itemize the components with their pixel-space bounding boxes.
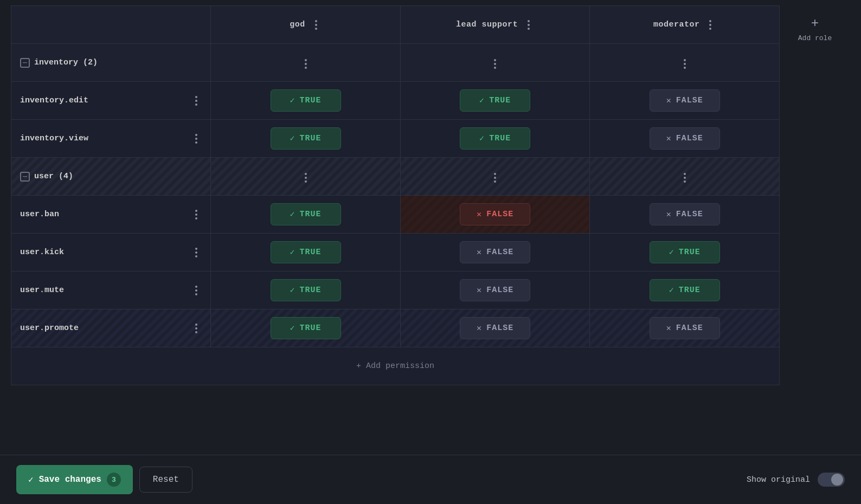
user-ban-god-cell: ✓ TRUE bbox=[211, 196, 401, 234]
role-label-moderator: moderator bbox=[653, 20, 700, 29]
inventory-edit-lead-support-btn[interactable]: ✓ TRUE bbox=[460, 89, 530, 112]
reset-button[interactable]: Reset bbox=[139, 467, 192, 493]
user-mute-moderator-value: TRUE bbox=[679, 286, 701, 295]
check-icon: ✓ bbox=[669, 247, 674, 257]
inventory-edit-dots[interactable] bbox=[191, 94, 202, 108]
user-mute-moderator-cell: ✓ TRUE bbox=[590, 272, 780, 309]
save-changes-badge: 3 bbox=[107, 473, 121, 487]
role-label-lead-support: lead support bbox=[456, 20, 518, 29]
add-permission-cell: + Add permission bbox=[11, 347, 780, 385]
user-mute-lead-support-btn[interactable]: ✕ FALSE bbox=[460, 279, 530, 301]
user-kick-lead-support-value: FALSE bbox=[486, 248, 513, 257]
save-changes-button[interactable]: ✓ Save changes 3 bbox=[16, 465, 133, 494]
check-icon: ✓ bbox=[290, 209, 295, 219]
user-promote-moderator-btn[interactable]: ✕ FALSE bbox=[650, 317, 720, 339]
permission-row-inventory-edit: inventory.edit ✓ TRUE bbox=[11, 82, 780, 120]
user-mute-moderator-btn[interactable]: ✓ TRUE bbox=[650, 279, 720, 301]
main-container: god lead support bbox=[0, 0, 861, 504]
table-wrapper: god lead support bbox=[11, 5, 850, 385]
inventory-view-god-btn[interactable]: ✓ TRUE bbox=[271, 127, 341, 150]
user-lead-support-category-cell bbox=[400, 158, 590, 196]
user-promote-moderator-value: FALSE bbox=[676, 324, 703, 333]
user-kick-moderator-cell: ✓ TRUE bbox=[590, 234, 780, 272]
category-row-user: — user (4) bbox=[11, 158, 780, 196]
add-role-section[interactable]: + Add role bbox=[780, 5, 850, 53]
user-mute-god-value: TRUE bbox=[300, 286, 322, 295]
user-kick-dots[interactable] bbox=[191, 245, 202, 260]
inventory-view-lead-support-btn[interactable]: ✓ TRUE bbox=[460, 127, 530, 150]
show-original-toggle[interactable] bbox=[818, 473, 845, 487]
lead-support-menu-icon[interactable] bbox=[523, 18, 534, 32]
inventory-view-lead-support-cell: ✓ TRUE bbox=[400, 120, 590, 158]
reset-label: Reset bbox=[153, 475, 179, 484]
user-promote-label: user.promote bbox=[11, 309, 211, 347]
inventory-edit-lead-support-value: TRUE bbox=[489, 96, 511, 105]
user-collapse-icon[interactable]: — bbox=[20, 172, 30, 182]
user-promote-god-cell: ✓ TRUE bbox=[211, 309, 401, 347]
user-promote-god-btn[interactable]: ✓ TRUE bbox=[271, 317, 341, 339]
check-icon: ✓ bbox=[290, 95, 295, 106]
user-ban-moderator-btn[interactable]: ✕ FALSE bbox=[650, 203, 720, 225]
inventory-edit-name: inventory.edit bbox=[20, 96, 88, 105]
x-icon: ✕ bbox=[477, 247, 482, 257]
inventory-lead-support-dots[interactable] bbox=[490, 57, 500, 71]
add-permission-btn[interactable]: + Add permission bbox=[11, 361, 779, 371]
inventory-moderator-dots[interactable] bbox=[679, 57, 690, 71]
inventory-edit-god-btn[interactable]: ✓ TRUE bbox=[271, 89, 341, 112]
inventory-category-name: inventory (2) bbox=[34, 58, 98, 67]
user-promote-lead-support-btn[interactable]: ✕ FALSE bbox=[460, 317, 530, 339]
user-mute-god-cell: ✓ TRUE bbox=[211, 272, 401, 309]
save-changes-count: 3 bbox=[112, 476, 116, 484]
inventory-edit-lead-support-cell: ✓ TRUE bbox=[400, 82, 590, 120]
user-kick-moderator-btn[interactable]: ✓ TRUE bbox=[650, 241, 720, 263]
user-ban-dots[interactable] bbox=[191, 208, 202, 222]
inventory-view-dots[interactable] bbox=[191, 132, 202, 146]
user-kick-label: user.kick bbox=[11, 234, 211, 272]
user-ban-lead-support-btn[interactable]: ✕ FALSE bbox=[460, 203, 530, 225]
header-row: god lead support bbox=[11, 6, 780, 44]
check-icon: ✓ bbox=[669, 285, 674, 295]
inventory-view-label: inventory.view bbox=[11, 120, 211, 158]
moderator-menu-icon[interactable] bbox=[705, 18, 716, 32]
user-god-category-cell bbox=[211, 158, 401, 196]
check-icon: ✓ bbox=[290, 285, 295, 295]
x-icon: ✕ bbox=[666, 323, 672, 333]
user-kick-god-cell: ✓ TRUE bbox=[211, 234, 401, 272]
permission-row-user-mute: user.mute ✓ TRUE bbox=[11, 272, 780, 309]
inventory-edit-moderator-cell: ✕ FALSE bbox=[590, 82, 780, 120]
god-menu-icon[interactable] bbox=[311, 18, 322, 32]
role-label-god: god bbox=[290, 20, 305, 29]
user-promote-dots[interactable] bbox=[191, 321, 202, 335]
toggle-knob bbox=[831, 474, 843, 486]
role-header-lead-support: lead support bbox=[400, 6, 590, 44]
permission-row-user-kick: user.kick ✓ TRUE bbox=[11, 234, 780, 272]
user-kick-lead-support-cell: ✕ FALSE bbox=[400, 234, 590, 272]
inventory-god-dots[interactable] bbox=[300, 57, 311, 71]
inventory-edit-moderator-btn[interactable]: ✕ FALSE bbox=[650, 89, 720, 112]
user-ban-lead-support-cell: ✕ FALSE bbox=[400, 196, 590, 234]
user-ban-moderator-value: FALSE bbox=[676, 210, 703, 219]
show-original-label: Show original bbox=[747, 475, 810, 484]
permission-row-user-promote: user.promote ✓ TRUE bbox=[11, 309, 780, 347]
x-icon: ✕ bbox=[477, 285, 482, 295]
add-role-label: Add role bbox=[798, 34, 832, 42]
inventory-collapse-icon[interactable]: — bbox=[20, 58, 30, 68]
user-ban-god-value: TRUE bbox=[300, 210, 322, 219]
user-kick-lead-support-btn[interactable]: ✕ FALSE bbox=[460, 241, 530, 263]
category-label-inventory: — inventory (2) bbox=[11, 44, 211, 82]
user-kick-god-btn[interactable]: ✓ TRUE bbox=[271, 241, 341, 263]
role-header-moderator: moderator bbox=[590, 6, 780, 44]
inventory-view-name: inventory.view bbox=[20, 134, 88, 143]
inventory-god-category-cell bbox=[211, 44, 401, 82]
user-moderator-category-cell bbox=[590, 158, 780, 196]
user-mute-name: user.mute bbox=[20, 286, 64, 295]
role-header-god: god bbox=[211, 6, 401, 44]
inventory-view-moderator-btn[interactable]: ✕ FALSE bbox=[650, 127, 720, 150]
user-mute-dots[interactable] bbox=[191, 283, 202, 298]
user-moderator-dots[interactable] bbox=[679, 171, 690, 185]
user-mute-god-btn[interactable]: ✓ TRUE bbox=[271, 279, 341, 301]
empty-header bbox=[11, 6, 211, 44]
user-ban-god-btn[interactable]: ✓ TRUE bbox=[271, 203, 341, 225]
user-lead-support-dots[interactable] bbox=[490, 171, 500, 185]
user-god-dots[interactable] bbox=[300, 171, 311, 185]
